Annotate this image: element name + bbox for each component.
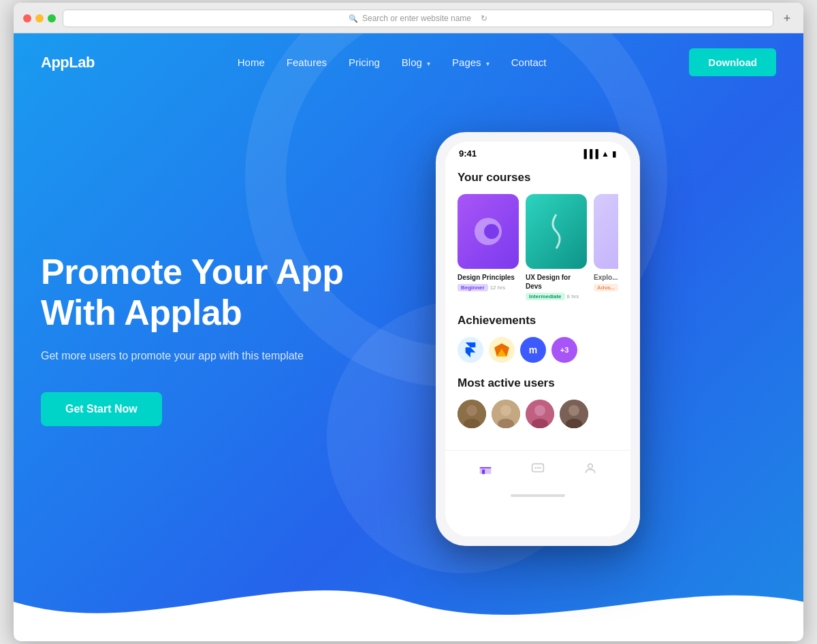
bottom-nav-home[interactable]	[475, 459, 496, 478]
achievement-more: +3	[551, 337, 577, 363]
svg-point-25	[588, 464, 593, 468]
status-time: 9:41	[459, 148, 477, 159]
address-bar-text: Search or enter website name	[362, 14, 471, 23]
home-icon	[479, 462, 492, 475]
refresh-icon[interactable]: ↻	[481, 14, 487, 23]
phone-app-content: Your courses Design Principles	[445, 163, 630, 450]
browser-window: 🔍 Search or enter website name ↻ + AppLa…	[14, 3, 803, 641]
user-avatar-4	[560, 400, 588, 428]
nav-logo: AppLab	[41, 54, 95, 71]
nav-link-pricing[interactable]: Pricing	[349, 57, 380, 68]
status-icons: ▐▐▐ ▲ ▮	[581, 149, 617, 159]
hero-text-block: Promote Your AppWith Applab Get more use…	[41, 252, 408, 425]
nav-link-features[interactable]: Features	[287, 57, 327, 68]
svg-point-23	[537, 467, 539, 469]
nav-link-blog[interactable]: Blog ▾	[402, 57, 430, 68]
course-meta-ux: Intermediate 8 hrs	[526, 293, 587, 300]
bottom-nav-chat[interactable]	[528, 459, 548, 478]
avatar-svg-3	[526, 400, 554, 428]
svg-rect-20	[479, 467, 491, 468]
user-avatar-1	[458, 400, 486, 428]
nav-item-contact[interactable]: Contact	[511, 57, 547, 69]
hero-subtitle: Get more users to promote your app with …	[41, 347, 408, 365]
achievements-section-title: Achievements	[458, 314, 618, 327]
chevron-down-icon: ▾	[486, 60, 490, 67]
browser-chrome: 🔍 Search or enter website name ↻ +	[14, 3, 803, 33]
course-name-design: Design Principles	[458, 273, 519, 282]
course-name-ux: UX Design for Devs	[526, 273, 587, 291]
svg-point-16	[568, 405, 579, 416]
hero-title: Promote Your AppWith Applab	[41, 252, 408, 334]
course-card-explo[interactable]: Explo... Adva...	[594, 194, 618, 300]
nav-item-blog[interactable]: Blog ▾	[402, 57, 430, 69]
user-avatar-3	[526, 400, 554, 428]
nav-item-home[interactable]: Home	[238, 57, 265, 69]
avatar-svg-2	[492, 400, 520, 428]
wifi-icon: ▲	[601, 149, 609, 159]
minimize-button[interactable]	[35, 14, 44, 22]
achievement-sketch	[489, 337, 515, 363]
website-content: AppLab Home Features Pricing Blog ▾	[14, 33, 803, 641]
nav-item-pages[interactable]: Pages ▾	[452, 57, 490, 69]
course-hours-design: 12 hrs	[490, 285, 505, 291]
new-tab-button[interactable]: +	[780, 12, 794, 25]
svg-point-10	[500, 405, 511, 416]
avatar-svg-4	[560, 400, 588, 428]
signal-icon: ▐▐▐	[581, 149, 599, 159]
close-button[interactable]	[23, 14, 31, 22]
svg-point-22	[534, 467, 536, 469]
course-card-img-design	[458, 194, 519, 269]
svg-rect-19	[482, 470, 485, 474]
hero-content: Promote Your AppWith Applab Get more use…	[14, 91, 803, 641]
phone-bottom-nav	[445, 450, 630, 489]
phone-status-bar: 9:41 ▐▐▐ ▲ ▮	[445, 142, 630, 163]
card-decoration-2	[484, 224, 499, 239]
phone-screen: 9:41 ▐▐▐ ▲ ▮ Your courses	[445, 142, 630, 536]
course-name-explo: Explo...	[594, 273, 618, 282]
get-start-now-button[interactable]: Get Start Now	[41, 392, 162, 426]
courses-section-title: Your courses	[458, 171, 618, 184]
phone-mockup: 9:41 ▐▐▐ ▲ ▮ Your courses	[436, 132, 640, 546]
phone-home-indicator	[445, 489, 630, 502]
address-bar[interactable]: 🔍 Search or enter website name ↻	[63, 10, 773, 27]
achievements-row: m +3	[458, 337, 618, 363]
course-badge-beginner: Beginner	[458, 284, 488, 291]
course-card-ux[interactable]: UX Design for Devs Intermediate 8 hrs	[526, 194, 587, 300]
users-row	[458, 400, 618, 428]
sketch-icon	[494, 342, 510, 357]
nav-link-contact[interactable]: Contact	[511, 57, 547, 68]
hero-section: AppLab Home Features Pricing Blog ▾	[14, 33, 803, 641]
course-card-design[interactable]: Design Principles Beginner 12 hrs	[458, 194, 519, 300]
nav-links: Home Features Pricing Blog ▾ Pages ▾	[238, 57, 547, 69]
course-badge-advanced: Adva...	[594, 284, 618, 291]
navbar: AppLab Home Features Pricing Blog ▾	[14, 33, 803, 91]
search-icon: 🔍	[349, 14, 358, 23]
nav-item-features[interactable]: Features	[287, 57, 327, 69]
nav-item-pricing[interactable]: Pricing	[349, 57, 380, 69]
traffic-lights	[23, 14, 56, 22]
achievement-miro: m	[520, 337, 546, 363]
chat-icon	[531, 462, 545, 475]
svg-point-7	[466, 405, 477, 416]
course-meta-explo: Adva...	[594, 284, 618, 291]
course-hours-ux: 8 hrs	[567, 293, 579, 300]
download-button[interactable]: Download	[689, 48, 776, 76]
nav-link-home[interactable]: Home	[238, 57, 265, 68]
miro-letter: m	[529, 344, 537, 355]
chevron-down-icon: ▾	[427, 60, 430, 67]
user-avatar-2	[492, 400, 520, 428]
home-bar	[511, 494, 565, 497]
battery-icon: ▮	[612, 149, 617, 159]
most-active-users-title: Most active users	[458, 376, 618, 390]
avatar-face-1	[458, 400, 486, 428]
maximize-button[interactable]	[48, 14, 56, 22]
profile-icon	[583, 462, 597, 475]
svg-point-24	[539, 467, 541, 469]
courses-row: Design Principles Beginner 12 hrs	[458, 194, 618, 300]
card-wavy-icon	[546, 211, 566, 252]
nav-link-pages[interactable]: Pages ▾	[452, 57, 490, 68]
course-card-img-explo	[594, 194, 618, 269]
bottom-nav-profile[interactable]	[580, 459, 600, 478]
course-meta-design: Beginner 12 hrs	[458, 284, 519, 291]
avatar-svg-1	[458, 400, 486, 428]
